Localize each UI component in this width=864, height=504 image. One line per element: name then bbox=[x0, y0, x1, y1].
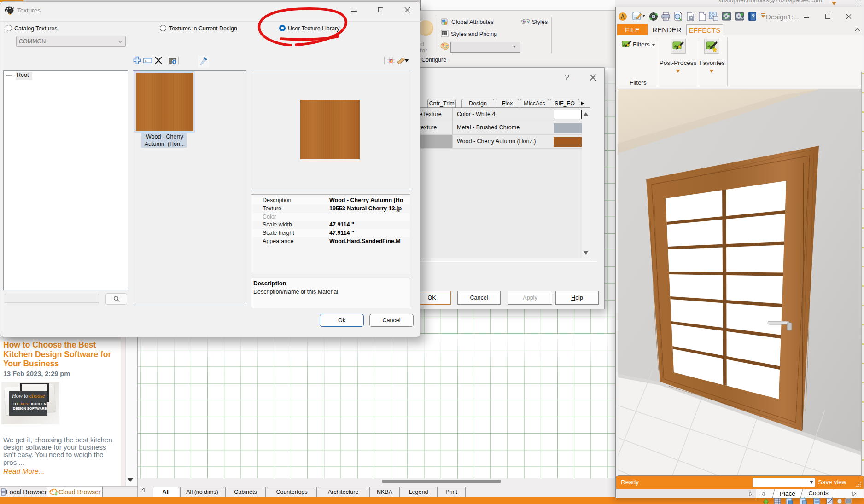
svg-text:x: x bbox=[145, 58, 147, 63]
svg-text:?: ? bbox=[752, 13, 755, 20]
